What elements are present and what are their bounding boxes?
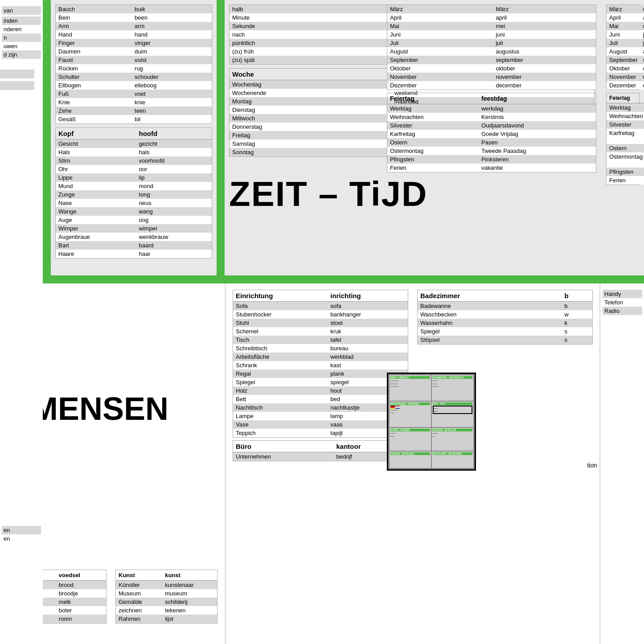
table-cell-9-1: de (640, 81, 644, 90)
table-row: Aprilapr (607, 13, 644, 22)
table-row: Dezemberdecember (387, 81, 596, 90)
thumb-cell-7: ZAHLEN - GETALLEN (390, 451, 431, 468)
table-cell-11-1: knie (132, 98, 212, 107)
table-row: Nachttischnachtkastje (233, 403, 408, 412)
table-row: Stirnvoorhoofd (56, 156, 212, 165)
table-row: Rückenrug (56, 64, 212, 73)
thumb-label-4: ZEIT - TIJD (433, 402, 472, 405)
table-cell-2-0: Mai (607, 22, 640, 30)
table-cell-2-0: Stuhl (233, 319, 328, 327)
table-row: Spiegels (418, 327, 592, 336)
table-cell-2-1: Oudjaarsdavond (479, 121, 596, 130)
table-row: Oktoberokt (607, 64, 644, 73)
table-cell-2-0: Arm (56, 22, 132, 30)
table-cell-3-0: zeichnen (116, 606, 162, 615)
table-row: Stöpsels (418, 336, 592, 344)
table-cell-0-0: Gesicht (56, 139, 136, 148)
table-cell-5-0: August (387, 47, 493, 56)
body-parts-table: BauchbuikBeinbeenArmarmHandhandFingervin… (56, 5, 212, 123)
thumb-zeit: ▪ ▪ ▪▪ ▪ ▪ (433, 406, 472, 414)
table-cell-7-1: vakantie (479, 164, 596, 172)
table-cell-9-0: Spiegel (233, 378, 328, 386)
table-cell-5-0: Schreibtisch (233, 344, 328, 353)
thumb-zeit-content: ▪ ▪ ▪▪ ▪ ▪ (434, 407, 471, 413)
table-cell-3-1: hand (132, 30, 212, 39)
table-row: Septembersep (607, 56, 644, 64)
table-cell-6-0: Arbeitsfläche (233, 353, 328, 361)
partial-row: d zijn (2, 50, 41, 59)
table-cell-1-0: April (387, 13, 493, 22)
table-cell-0-0: Wochentag (230, 80, 392, 89)
table-cell-9-0: Dezember (607, 81, 640, 90)
table-cell-4-0: Juli (387, 39, 493, 47)
table-cell-2-0: Montag (230, 97, 392, 106)
table-cell-13-0: Haare (56, 250, 136, 258)
table-cell-6-1: tong (136, 190, 212, 199)
partial-tion-text: tion (587, 462, 597, 469)
buro-table-container: Büro kantoor Unternehmenbedrijf (233, 440, 408, 461)
einrichtung-header-de: Einrichtung (233, 290, 328, 302)
table-cell-13-1: haar (136, 250, 212, 258)
partial-row: inden (2, 16, 41, 25)
table-cell-9-0: Dezember (387, 81, 493, 90)
table-row: Dezemberde (607, 81, 644, 90)
table-cell-2-1: voorhoofd (136, 156, 212, 165)
monate-table-container: MärzmäAprilaprMaimeJunijunJulijuliAugust… (606, 4, 640, 90)
partial-row: uwen (2, 42, 41, 50)
table-cell-4-1: juli (640, 39, 644, 47)
table-cell-5-1: aug (640, 47, 644, 56)
table-cell-0-1: buik (132, 5, 212, 13)
table-cell-2-0: Wasserhahn (418, 319, 562, 327)
thumb-label-2: GRAMMATIK - GRAMMATICA (433, 376, 472, 379)
table-cell-0-1: b (562, 302, 592, 311)
feiertag-full-header-nl: feestdag (479, 93, 596, 104)
table-cell-4-0: Juli (607, 39, 640, 47)
einrichtung-header-nl: inrichting (328, 290, 408, 302)
monate-full-table-container: MärzMärzAprilaprilMaimeiJunijuniJulijuli… (387, 4, 596, 90)
table-cell-4-1: tafel (328, 336, 408, 344)
table-row: Gesäßbil (56, 115, 212, 123)
table-cell-7-1: rug (132, 64, 212, 73)
table-row: Ferienvakantie (607, 176, 644, 185)
table-cell-12-0: Nachttisch (233, 403, 328, 412)
table-cell-3-1: tekenen (162, 606, 217, 615)
thumb-cell-4: ZEIT - TIJD ▪ ▪ ▪▪ ▪ ▪ (432, 402, 473, 427)
zeit-tijd-title: ZEIT – TiJD (229, 174, 427, 213)
table-row: Spiegelspiegel (233, 378, 408, 386)
table-cell-6-0: (zu) spät (230, 56, 406, 64)
table-cell-1-0: Wochenende (230, 89, 392, 97)
table-row: Oktoberoktober (387, 64, 596, 73)
table-cell-1-1: Kerstmis (479, 113, 596, 121)
thumb-cell-8: BEVOLKING - BEVOLKING (432, 451, 473, 468)
table-cell-0-0: März (607, 5, 640, 13)
table-row: Gesichtgezicht (56, 139, 212, 148)
table-cell-3-0: Karfreitag (607, 129, 644, 144)
table-cell-1-0: April (607, 13, 640, 22)
table-cell-3-0: Hand (56, 30, 132, 39)
table-cell-9-1: oog (136, 216, 212, 224)
table-cell-4-1: room (56, 615, 106, 623)
table-row: Rahmenlijst (116, 615, 217, 623)
table-row: OstermontagTweede Pa (607, 152, 644, 168)
thumb-cell-2: GRAMMATIK - GRAMMATICA ▪ ▪ ▪ ▪▪ ▪ ▪▪ ▪ ▪… (432, 375, 473, 401)
table-cell-7-1: oktober (493, 64, 596, 73)
table-cell-2-1: me (640, 22, 644, 30)
feiertag-full-table-container: Feiertag feestdag WerktagwerkdagWeihnach… (387, 93, 596, 172)
table-row: Maime (607, 22, 644, 30)
table-row: SilvesterOudjaarsdavond (387, 121, 596, 130)
thumb-cell-1: WELT - WERELD ▪ ▪ ▪ ▪ ▪ ▪▪ ▪ ▪ ▪ ▪▪ ▪ ▪ … (390, 375, 431, 401)
table-row: Beinbeen (56, 13, 212, 22)
table-cell-5-0: Daumen (56, 47, 132, 56)
table-cell-4-1: s (562, 336, 592, 344)
einrichtung-section: Einrichtung inrichting SofasofaStubenhoc… (230, 287, 411, 464)
table-cell-3-1: Goede Vrijdag (479, 130, 596, 138)
table-cell-7-0: Oktober (607, 64, 640, 73)
table-cell-7-0: Rücken (56, 64, 132, 73)
table-cell-4-0: Lippe (56, 173, 136, 182)
table-row: zeichnentekenen (116, 606, 217, 615)
feiertag-full-table: Feiertag feestdag WerktagwerkdagWeihnach… (387, 93, 596, 172)
table-row: Sofasofa (233, 302, 408, 311)
table-cell-5-0: Ostermontag (607, 152, 644, 168)
table-row: OstermontagTweede Paasdag (387, 147, 596, 155)
table-cell-1-0: Weihnachten (607, 112, 644, 120)
